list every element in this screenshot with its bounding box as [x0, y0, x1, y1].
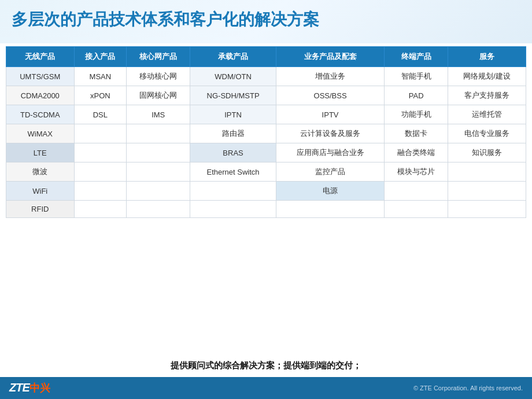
table-cell: Ethernet Switch: [190, 162, 276, 182]
table-cell: CDMA2000: [6, 86, 75, 105]
table-cell: BRAS: [190, 143, 276, 162]
table-row: CDMA2000xPON固网核心网NG-SDH/MSTPOSS/BSSPAD客户…: [6, 86, 526, 105]
table-cell: [448, 182, 526, 201]
table-cell: 电源: [276, 182, 384, 201]
table-header-cell: 业务产品及配套: [276, 47, 384, 67]
table-cell: 监控产品: [276, 162, 384, 182]
table-cell: 应用商店与融合业务: [276, 143, 384, 162]
table-cell: 智能手机: [385, 67, 448, 86]
table-cell: [385, 182, 448, 201]
page-container: 多层次的产品技术体系和客户化的解决方案 无线产品接入产品核心网产品承载产品业务产…: [0, 0, 532, 399]
table-cell: 功能手机: [385, 105, 448, 124]
table-cell: UMTS/GSM: [6, 67, 75, 86]
table-row: UMTS/GSMMSAN移动核心网WDM/OTN增值业务智能手机网络规划/建设: [6, 67, 526, 86]
table-cell: TD-SCDMA: [6, 105, 75, 124]
table-cell: 电信专业服务: [448, 124, 526, 143]
table-cell: [127, 124, 190, 143]
product-table: 无线产品接入产品核心网产品承载产品业务产品及配套终端产品服务 UMTS/GSMM…: [6, 46, 526, 218]
table-header-cell: 核心网产品: [127, 47, 190, 67]
table-row: RFID: [6, 201, 526, 218]
table-row: TD-SCDMADSLIMSIPTNIPTV功能手机运维托管: [6, 105, 526, 124]
table-cell: 数据卡: [385, 124, 448, 143]
table-cell: 客户支持服务: [448, 86, 526, 105]
table-cell: WiMAX: [6, 124, 75, 143]
bottom-note: 提供顾问式的综合解决方案；提供端到端的交付；: [0, 360, 532, 371]
table-cell: [74, 143, 127, 162]
table-cell: [448, 162, 526, 182]
table-cell: IPTV: [276, 105, 384, 124]
table-cell: 路由器: [190, 124, 276, 143]
table-cell: DSL: [74, 105, 127, 124]
table-cell: [74, 182, 127, 201]
zte-logo-text: ZTE: [9, 381, 29, 394]
table-cell: WDM/OTN: [190, 67, 276, 86]
table-cell: 知识服务: [448, 143, 526, 162]
table-cell: xPON: [74, 86, 127, 105]
table-cell: LTE: [6, 143, 75, 162]
table-cell: IMS: [127, 105, 190, 124]
table-header-row: 无线产品接入产品核心网产品承载产品业务产品及配套终端产品服务: [6, 47, 526, 67]
main-table-wrapper: 无线产品接入产品核心网产品承载产品业务产品及配套终端产品服务 UMTS/GSMM…: [6, 46, 526, 218]
table-cell: [74, 201, 127, 218]
table-cell: 固网核心网: [127, 86, 190, 105]
table-row: LTEBRAS应用商店与融合业务融合类终端知识服务: [6, 143, 526, 162]
table-cell: 移动核心网: [127, 67, 190, 86]
table-cell: 云计算设备及服务: [276, 124, 384, 143]
table-cell: RFID: [6, 201, 75, 218]
table-header-cell: 承载产品: [190, 47, 276, 67]
table-cell: MSAN: [74, 67, 127, 86]
table-cell: NG-SDH/MSTP: [190, 86, 276, 105]
table-cell: IPTN: [190, 105, 276, 124]
table-cell: [190, 201, 276, 218]
table-cell: 运维托管: [448, 105, 526, 124]
table-cell: [74, 162, 127, 182]
table-cell: PAD: [385, 86, 448, 105]
table-cell: [190, 182, 276, 201]
table-cell: [127, 143, 190, 162]
zte-logo: ZTE中兴: [9, 381, 50, 395]
table-cell: 网络规划/建设: [448, 67, 526, 86]
table-header-cell: 服务: [448, 47, 526, 67]
table-row: 微波Ethernet Switch监控产品模块与芯片: [6, 162, 526, 182]
table-cell: 增值业务: [276, 67, 384, 86]
table-cell: [276, 201, 384, 218]
table-header-cell: 无线产品: [6, 47, 75, 67]
table-cell: 微波: [6, 162, 75, 182]
table-cell: [448, 201, 526, 218]
table-cell: [127, 182, 190, 201]
table-cell: WiFi: [6, 182, 75, 201]
table-row: WiFi电源: [6, 182, 526, 201]
table-cell: [127, 201, 190, 218]
table-cell: OSS/BSS: [276, 86, 384, 105]
zte-logo-chinese: 中兴: [29, 382, 50, 394]
table-cell: [74, 124, 127, 143]
footer-copyright: © ZTE Corporation. All rights reserved.: [413, 385, 523, 391]
footer: ZTE中兴 © ZTE Corporation. All rights rese…: [0, 377, 532, 399]
table-header-cell: 终端产品: [385, 47, 448, 67]
table-cell: [127, 162, 190, 182]
table-cell: 模块与芯片: [385, 162, 448, 182]
table-cell: 融合类终端: [385, 143, 448, 162]
table-header-cell: 接入产品: [74, 47, 127, 67]
table-cell: [385, 201, 448, 218]
table-row: WiMAX路由器云计算设备及服务数据卡电信专业服务: [6, 124, 526, 143]
page-title: 多层次的产品技术体系和客户化的解决方案: [12, 9, 319, 31]
